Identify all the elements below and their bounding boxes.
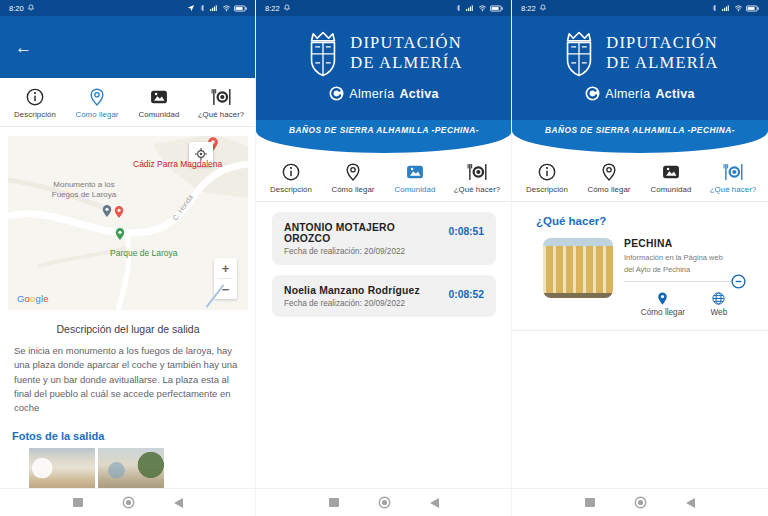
map-pin-icon	[343, 162, 363, 182]
recents-button[interactable]	[73, 498, 83, 508]
map-poi-monument-label[interactable]: Monumento a los Fuegos de Laroya	[46, 180, 122, 201]
wifi-icon	[734, 4, 743, 12]
battery-icon	[234, 5, 247, 12]
triple-screenshot-canvas: 8:20 ← Descripción Cómo llegar	[0, 0, 768, 516]
almeria-activa-icon	[329, 86, 344, 101]
recents-button[interactable]	[585, 498, 595, 508]
photo-icon	[149, 87, 169, 107]
bluetooth-icon	[199, 4, 206, 12]
app-bar: ←	[0, 16, 256, 78]
divider	[512, 330, 768, 331]
diputacion-header: DIPUTACIÓN DE ALMERÍA Almería Activa	[512, 16, 768, 120]
tab-que-hacer[interactable]: ¿Qué hacer?	[702, 162, 764, 194]
back-nav-button[interactable]	[174, 498, 183, 508]
diputacion-header: DIPUTACIÓN DE ALMERÍA Almería Activa	[256, 16, 512, 120]
bluetooth-icon	[455, 4, 462, 12]
google-logo: Google	[17, 293, 49, 304]
home-button[interactable]	[378, 496, 391, 509]
route-banner-text: BAÑOS DE SIERRA ALHAMILLA -PECHINA-	[289, 125, 479, 153]
tab-label: Comunidad	[651, 185, 692, 194]
route-banner: BAÑOS DE SIERRA ALHAMILLA -PECHINA-	[256, 120, 512, 153]
org-title: DIPUTACIÓN DE ALMERÍA	[606, 33, 718, 73]
place-details: PECHINA Información en la Página web del…	[624, 238, 744, 317]
battery-icon	[490, 5, 503, 12]
brand-name: Almería	[605, 87, 650, 101]
tab-label: Descripción	[270, 185, 312, 194]
pechina-photo[interactable]	[543, 238, 613, 298]
directions-label: Cómo llegar	[641, 308, 685, 317]
restaurant-icon	[467, 162, 487, 182]
route-banner-text: BAÑOS DE SIERRA ALHAMILLA -PECHINA-	[545, 125, 735, 153]
recents-button[interactable]	[329, 498, 339, 508]
web-button[interactable]: Web	[711, 291, 728, 317]
bell-icon	[539, 4, 547, 12]
tab-label: ¿Qué hacer?	[198, 110, 245, 119]
divider	[256, 201, 512, 202]
home-button[interactable]	[122, 496, 135, 509]
community-result-card[interactable]: ANTONIO MOTAJERO OROZCO Fecha de realiza…	[272, 212, 496, 265]
almeria-activa-brand: Almería Activa	[585, 86, 695, 101]
tab-como-llegar[interactable]: Cómo llegar	[322, 162, 384, 194]
org-line2: DE ALMERÍA	[350, 53, 462, 73]
tab-label: Descripción	[14, 110, 56, 119]
community-result-card[interactable]: Noelia Manzano Rodríguez Fecha de realiz…	[272, 275, 496, 317]
brand-name-bold: Activa	[655, 87, 694, 101]
photo-icon	[661, 162, 681, 182]
place-card-pechina: PECHINA Información en la Página web del…	[543, 238, 744, 317]
info-icon	[537, 162, 557, 182]
tab-comunidad[interactable]: Comunidad	[128, 87, 190, 119]
back-nav-button[interactable]	[430, 498, 439, 508]
org-line2: DE ALMERÍA	[606, 53, 718, 73]
tab-label: Comunidad	[139, 110, 180, 119]
tab-comunidad[interactable]: Comunidad	[384, 162, 446, 194]
coat-of-arms-icon	[305, 29, 341, 77]
status-bar: 8:22	[256, 0, 512, 16]
tab-label: ¿Qué hacer?	[454, 185, 501, 194]
park-map-marker[interactable]	[113, 225, 127, 243]
zoom-in-button[interactable]: +	[214, 258, 237, 278]
divider	[512, 201, 768, 202]
org-title: DIPUTACIÓN DE ALMERÍA	[350, 33, 462, 73]
bell-icon	[283, 4, 291, 12]
divider	[624, 281, 740, 282]
tab-comunidad[interactable]: Comunidad	[640, 162, 702, 194]
collapse-minus-icon[interactable]	[730, 273, 747, 290]
completion-date: Fecha de realización: 20/09/2022	[284, 299, 484, 308]
tab-como-llegar[interactable]: Cómo llegar	[578, 162, 640, 194]
google-map[interactable]: Cádiz Parra Magdalena Monumento a los Fu…	[8, 136, 248, 310]
route-banner: BAÑOS DE SIERRA ALHAMILLA -PECHINA-	[512, 120, 768, 153]
android-nav-bar	[256, 488, 512, 516]
tab-que-hacer[interactable]: ¿Qué hacer?	[446, 162, 508, 194]
map-poi-park-label[interactable]: Parque de Laroya	[110, 248, 178, 259]
status-bar: 8:20	[0, 0, 256, 16]
tab-como-llegar[interactable]: Cómo llegar	[66, 87, 128, 119]
home-button[interactable]	[634, 496, 647, 509]
photo-icon	[405, 162, 425, 182]
signal-icon	[465, 4, 474, 12]
tab-que-hacer[interactable]: ¿Qué hacer?	[190, 87, 252, 119]
status-bar: 8:22	[512, 0, 768, 16]
almeria-activa-brand: Almería Activa	[329, 86, 439, 101]
wifi-icon	[222, 4, 231, 12]
directions-button[interactable]: Cómo llegar	[641, 291, 685, 317]
tab-descripcion[interactable]: Descripción	[516, 162, 578, 194]
destination-map-marker[interactable]	[112, 203, 126, 221]
tab-descripcion[interactable]: Descripción	[260, 162, 322, 194]
completion-date: Fecha de realización: 20/09/2022	[284, 247, 484, 256]
tab-label: Descripción	[526, 185, 568, 194]
tab-label: Cómo llegar	[75, 110, 118, 119]
signal-icon	[721, 4, 730, 12]
bell-icon	[27, 4, 35, 12]
divider	[0, 126, 256, 127]
back-arrow-icon[interactable]: ←	[15, 39, 32, 56]
tab-label: Cómo llegar	[587, 185, 630, 194]
description-title: Descripción del lugar de salida	[0, 323, 256, 335]
map-poi-restaurant-label[interactable]: Cádiz Parra Magdalena	[133, 159, 222, 170]
back-nav-button[interactable]	[686, 498, 695, 508]
tab-bar: Descripción Cómo llegar Comunidad ¿Qué h…	[256, 153, 512, 201]
screen-1-route-detail: 8:20 ← Descripción Cómo llegar	[0, 0, 256, 516]
web-label: Web	[711, 308, 728, 317]
tab-bar: Descripción Cómo llegar Comunidad ¿Qué h…	[0, 78, 256, 126]
tab-descripcion[interactable]: Descripción	[4, 87, 66, 119]
almeria-activa-icon	[585, 86, 600, 101]
